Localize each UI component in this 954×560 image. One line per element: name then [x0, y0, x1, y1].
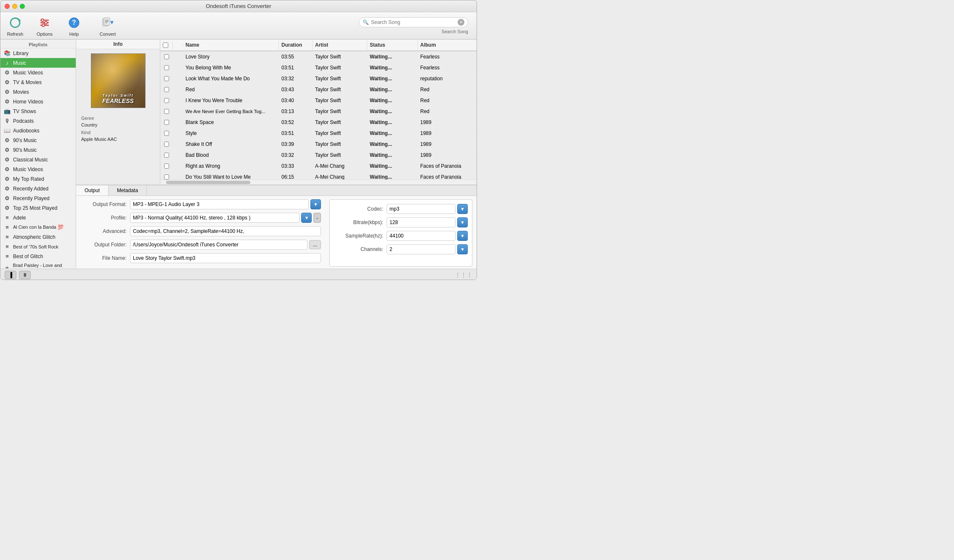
col-album-header: Album — [418, 40, 477, 50]
output-format-dropdown[interactable]: ▼ — [310, 199, 321, 209]
row-checkbox[interactable] — [164, 98, 169, 103]
row-checkbox-container[interactable] — [160, 119, 173, 126]
sidebar-item-podcasts[interactable]: 🎙 Podcasts — [0, 116, 76, 126]
close-button[interactable] — [5, 4, 10, 9]
maximize-button[interactable] — [20, 4, 25, 9]
sidebar-item-music-videos-2[interactable]: ⚙ Music Videos — [0, 164, 76, 174]
sidebar-item-my-top-rated[interactable]: ⚙ My Top Rated — [0, 174, 76, 184]
options-button[interactable]: Options — [34, 15, 55, 37]
table-row[interactable]: Shake It Off 03:39 Taylor Swift Waiting.… — [160, 139, 477, 150]
pause-button[interactable]: ⏸ — [19, 271, 31, 279]
horizontal-scrollbar[interactable] — [160, 180, 477, 185]
song-table-body: Love Story 03:55 Taylor Swift Waiting...… — [160, 51, 477, 180]
sidebar-item-top-25[interactable]: ⚙ Top 25 Most Played — [0, 203, 76, 213]
song-list-area: Name Duration Artist Status Album Love S… — [160, 40, 477, 185]
advanced-input[interactable] — [130, 226, 321, 236]
help-button[interactable]: ? Help — [64, 15, 85, 37]
sidebar-item-music[interactable]: ♪ Music — [0, 58, 76, 68]
sidebar-item-best-glitch[interactable]: ≡ Best of Glitch — [0, 251, 76, 261]
table-row[interactable]: Style 03:51 Taylor Swift Waiting... 1989 — [160, 128, 477, 139]
codec-dropdown[interactable]: ▼ — [457, 204, 468, 214]
table-row[interactable]: Right as Wrong 03:33 A-Mei Chang Waiting… — [160, 161, 477, 172]
row-checkbox-container[interactable] — [160, 173, 173, 180]
search-input[interactable] — [371, 19, 456, 25]
row-album: 1989 — [418, 140, 477, 148]
row-checkbox-container[interactable] — [160, 129, 173, 137]
row-checkbox-container[interactable] — [160, 64, 173, 71]
table-row[interactable]: We Are Never Ever Getting Back Tog... 03… — [160, 106, 477, 117]
profile-minus[interactable]: - — [313, 213, 321, 223]
table-row[interactable]: You Belong With Me 03:51 Taylor Swift Wa… — [160, 62, 477, 73]
table-row[interactable]: Red 03:43 Taylor Swift Waiting... Red — [160, 84, 477, 95]
sidebar-item-movies[interactable]: ⚙ Movies — [0, 87, 76, 97]
samplerate-input[interactable] — [387, 231, 456, 241]
search-clear-button[interactable]: ✕ — [458, 19, 464, 26]
row-checkbox-container[interactable] — [160, 140, 173, 148]
table-row[interactable]: Bad Blood 03:32 Taylor Swift Waiting... … — [160, 150, 477, 161]
samplerate-dropdown[interactable]: ▼ — [457, 231, 468, 241]
row-name: Look What You Made Me Do — [183, 74, 279, 83]
horizontal-scrollbar-thumb[interactable] — [166, 181, 250, 184]
row-checkbox-container[interactable] — [160, 108, 173, 115]
convert-button[interactable]: Convert — [97, 15, 118, 37]
browse-folder-button[interactable]: ... — [309, 240, 321, 249]
play-button[interactable]: ▐ — [5, 271, 16, 279]
resize-grip[interactable]: ⋮⋮⋮ — [455, 272, 472, 278]
bitrate-dropdown[interactable]: ▼ — [457, 217, 468, 227]
bitrate-input[interactable] — [387, 217, 456, 227]
row-checkbox[interactable] — [164, 76, 169, 81]
row-checkbox-container[interactable] — [160, 75, 173, 82]
codec-input[interactable] — [387, 204, 456, 214]
row-checkbox[interactable] — [164, 131, 169, 136]
sidebar-item-atmospheric-glitch[interactable]: ≡ Atmospheric Glitch — [0, 232, 76, 242]
channels-input[interactable] — [387, 244, 456, 254]
profile-input[interactable] — [130, 213, 299, 223]
sidebar-item-adele[interactable]: ≡ Adele — [0, 213, 76, 222]
sidebar-item-audiobooks[interactable]: 📖 Audiobooks — [0, 126, 76, 135]
table-row[interactable]: Look What You Made Me Do 03:32 Taylor Sw… — [160, 73, 477, 84]
row-checkbox[interactable] — [164, 153, 169, 158]
sidebar-item-90s-2[interactable]: ⚙ 90's Music — [0, 145, 76, 155]
row-checkbox-container[interactable] — [160, 97, 173, 104]
row-checkbox-container[interactable] — [160, 86, 173, 93]
tab-metadata[interactable]: Metadata — [109, 185, 147, 195]
minimize-button[interactable] — [12, 4, 17, 9]
select-all-checkbox[interactable] — [163, 42, 168, 48]
channels-dropdown[interactable]: ▼ — [457, 244, 468, 254]
sidebar-item-al-cien[interactable]: ≡ Al Cien con la Banda 💯 — [0, 222, 76, 232]
refresh-button[interactable]: Refresh — [5, 15, 26, 37]
file-name-input[interactable] — [130, 253, 321, 263]
sidebar-item-tv-movies[interactable]: ⚙ TV & Movies — [0, 77, 76, 87]
sidebar-item-best-70s[interactable]: ≡ Best of '70s Soft Rock — [0, 242, 76, 251]
sidebar-item-library[interactable]: 📚 Library — [0, 48, 76, 58]
row-checkbox[interactable] — [164, 87, 169, 92]
row-checkbox-container[interactable] — [160, 151, 173, 159]
sidebar-item-90s-1[interactable]: ⚙ 90's Music — [0, 135, 76, 145]
output-format-input[interactable] — [130, 199, 309, 209]
sidebar-item-tv-shows[interactable]: 📺 TV Shows — [0, 106, 76, 116]
table-row[interactable]: Love Story 03:55 Taylor Swift Waiting...… — [160, 51, 477, 62]
col-select-all[interactable] — [160, 41, 173, 50]
row-checkbox[interactable] — [164, 54, 169, 59]
table-row[interactable]: Do You Still Want to Love Me 06:15 A-Mei… — [160, 172, 477, 180]
profile-dropdown[interactable]: ▼ — [301, 213, 312, 223]
row-artist: A-Mei Chang — [313, 173, 367, 180]
table-row[interactable]: Blank Space 03:52 Taylor Swift Waiting..… — [160, 117, 477, 128]
row-checkbox[interactable] — [164, 65, 169, 70]
sidebar-item-recently-played[interactable]: ⚙ Recently Played — [0, 193, 76, 203]
row-checkbox[interactable] — [164, 120, 169, 125]
tab-output[interactable]: Output — [76, 185, 109, 195]
row-checkbox[interactable] — [164, 164, 169, 169]
row-checkbox[interactable] — [164, 174, 169, 180]
table-row[interactable]: I Knew You Were Trouble 03:40 Taylor Swi… — [160, 95, 477, 106]
row-checkbox-container[interactable] — [160, 162, 173, 170]
sidebar-item-recently-added[interactable]: ⚙ Recently Added — [0, 184, 76, 193]
sidebar-item-brad-paisley[interactable]: ≡ Brad Paisley - Love and Wa... — [0, 261, 76, 269]
output-folder-input[interactable] — [130, 240, 307, 250]
row-checkbox[interactable] — [164, 142, 169, 147]
sidebar-item-classical[interactable]: ⚙ Classical Music — [0, 155, 76, 164]
row-checkbox[interactable] — [164, 109, 169, 114]
sidebar-item-home-videos[interactable]: ⚙ Home Videos — [0, 97, 76, 106]
row-checkbox-container[interactable] — [160, 53, 173, 61]
sidebar-item-music-videos[interactable]: ⚙ Music Videos — [0, 68, 76, 77]
